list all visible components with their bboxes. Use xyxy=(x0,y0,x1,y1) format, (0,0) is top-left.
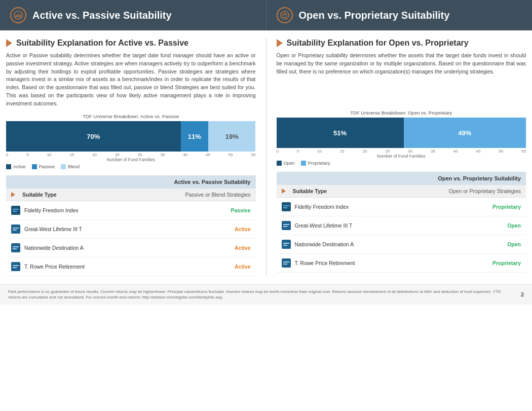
main-content: Suitability Explanation for Active vs. P… xyxy=(0,30,532,284)
legend-open-label: Open xyxy=(284,161,295,166)
right-table-sub-header: Suitable Type Open or Proprietary Strate… xyxy=(277,185,526,198)
left-sub-header-right: Passive or Blend Strategies xyxy=(137,189,256,201)
left-panel: Suitability Explanation for Active vs. P… xyxy=(6,39,256,276)
header-left-section: a/p Active vs. Passive Suitability xyxy=(0,0,266,30)
left-fund-3-icon xyxy=(11,243,20,252)
sub-header-arrow xyxy=(11,192,15,197)
svg-rect-11 xyxy=(13,246,19,247)
right-row-4: T. Rowe Price Retirement Proprietary xyxy=(277,254,526,273)
right-panel: Suitability Explanation for Open vs. Pro… xyxy=(277,39,526,276)
legend-prop-label: Proprietary xyxy=(308,161,330,166)
right-section-title: Suitability Explanation for Open vs. Pro… xyxy=(277,39,526,48)
svg-rect-18 xyxy=(283,207,287,208)
right-fund-4-name: T. Rowe Price Retirement xyxy=(295,260,355,266)
legend-prop-box xyxy=(301,161,306,166)
active-passive-icon: a/p xyxy=(10,7,26,23)
left-explanation: Active or Passive suitability determines… xyxy=(6,52,256,107)
svg-rect-15 xyxy=(13,267,17,268)
right-explanation: Open or Proprietary suitability determin… xyxy=(277,52,526,76)
left-fund-2-icon xyxy=(11,225,20,234)
right-fund-1-value: Proprietary xyxy=(402,198,526,216)
legend-active-box xyxy=(6,164,11,169)
right-chart-title: TDF Universe Breakdown: Open vs. Proprie… xyxy=(277,110,526,116)
legend-passive: Passive xyxy=(32,164,55,169)
left-bar-active: 70% xyxy=(6,121,181,152)
right-row-1: Fidelity Freedom Index Proprietary xyxy=(277,198,526,216)
open-proprietary-icon xyxy=(277,7,293,23)
footer-disclaimer: Past performance is no guarantee of futu… xyxy=(8,289,521,300)
left-fund-1-cell: Fidelity Freedom Index xyxy=(6,201,137,220)
legend-passive-label: Passive xyxy=(39,164,55,169)
svg-rect-24 xyxy=(283,245,287,246)
right-fund-4-cell: T. Rowe Price Retirement xyxy=(277,254,402,273)
right-sub-header-arrow xyxy=(282,189,286,194)
left-bar-blend: 19% xyxy=(208,121,256,152)
svg-rect-12 xyxy=(13,248,17,249)
left-title-arrow xyxy=(6,39,12,47)
panel-divider xyxy=(266,39,267,276)
right-axis-label: Number of Fund Families xyxy=(277,154,526,159)
left-fund-3-name: Nationwide Destination A xyxy=(24,245,84,251)
legend-blend: Blend xyxy=(61,164,80,169)
right-bar-open: 51% xyxy=(277,118,404,148)
right-fund-2-value: Open xyxy=(402,216,526,235)
right-title-arrow xyxy=(277,39,283,47)
right-table-header: Open vs. Proprietary Suitability xyxy=(277,172,526,185)
right-chart-bars: 51% 49% xyxy=(277,118,526,148)
svg-rect-19 xyxy=(282,221,291,230)
left-sub-header-left: Suitable Type xyxy=(6,189,137,201)
right-table-header-label: Open vs. Proprietary Suitability xyxy=(277,172,526,185)
legend-blend-box xyxy=(61,164,66,169)
svg-rect-8 xyxy=(13,228,19,229)
left-fund-2-value: Active xyxy=(137,220,256,239)
footer-page-number: 2 xyxy=(521,291,524,298)
right-suitability-table: Open vs. Proprietary Suitability Suitabl… xyxy=(277,172,526,273)
left-row-2: Great-West Lifetime III T Active xyxy=(6,220,256,239)
header-left-title: Active vs. Passive Suitability xyxy=(32,10,172,21)
right-fund-1-icon xyxy=(282,202,291,211)
right-fund-1-cell: Fidelity Freedom Index xyxy=(277,198,402,216)
svg-point-2 xyxy=(280,11,288,19)
left-fund-2-name: Great-West Lifetime III T xyxy=(24,226,82,232)
legend-active: Active xyxy=(6,164,26,169)
legend-proprietary: Proprietary xyxy=(301,161,330,166)
svg-rect-26 xyxy=(283,261,289,263)
left-table-sub-header: Suitable Type Passive or Blend Strategie… xyxy=(6,189,256,201)
right-fund-4-value: Proprietary xyxy=(402,254,526,273)
svg-text:a/p: a/p xyxy=(15,13,22,18)
svg-rect-27 xyxy=(283,264,287,265)
svg-rect-6 xyxy=(13,211,17,212)
svg-rect-17 xyxy=(283,205,289,206)
right-bar-prop: 49% xyxy=(404,118,526,148)
legend-open: Open xyxy=(277,161,295,166)
svg-rect-4 xyxy=(11,206,20,215)
right-row-3: Nationwide Destination A Open xyxy=(277,235,526,254)
left-chart-title: TDF Universe Breakdown: Active vs. Passi… xyxy=(6,114,256,119)
right-sub-header-right: Open or Proprietary Strategies xyxy=(402,185,526,198)
left-chart-legend: Active Passive Blend xyxy=(6,164,256,169)
right-chart: TDF Universe Breakdown: Open vs. Proprie… xyxy=(277,110,526,166)
left-bar-passive: 11% xyxy=(181,121,208,152)
left-axis-label: Number of Fund Families xyxy=(6,157,256,162)
right-fund-3-name: Nationwide Destination A xyxy=(295,241,354,247)
left-section-title: Suitability Explanation for Active vs. P… xyxy=(6,39,256,48)
left-table-header: Active vs. Passive Suitability xyxy=(6,175,256,189)
left-row-4: T. Rowe Price Retirement Active xyxy=(6,257,256,276)
legend-active-label: Active xyxy=(13,164,26,169)
legend-open-box xyxy=(277,161,282,166)
svg-rect-16 xyxy=(282,202,291,211)
svg-rect-23 xyxy=(283,243,289,244)
right-fund-2-name: Great-West Lifetime III T xyxy=(295,222,353,229)
left-fund-3-cell: Nationwide Destination A xyxy=(6,239,137,257)
svg-rect-22 xyxy=(282,240,291,249)
right-fund-3-icon xyxy=(282,240,291,249)
left-row-1: Fidelity Freedom Index Passive xyxy=(6,201,256,220)
right-row-2: Great-West Lifetime III T Open xyxy=(277,216,526,235)
right-sub-header-left-text: Suitable Type xyxy=(293,188,327,194)
svg-rect-25 xyxy=(282,258,291,268)
page-footer: Past performance is no guarantee of futu… xyxy=(0,284,532,304)
svg-rect-9 xyxy=(13,230,17,231)
left-fund-4-value: Active xyxy=(137,257,256,276)
right-sub-header-left: Suitable Type xyxy=(277,185,402,198)
left-fund-3-value: Active xyxy=(137,239,256,257)
